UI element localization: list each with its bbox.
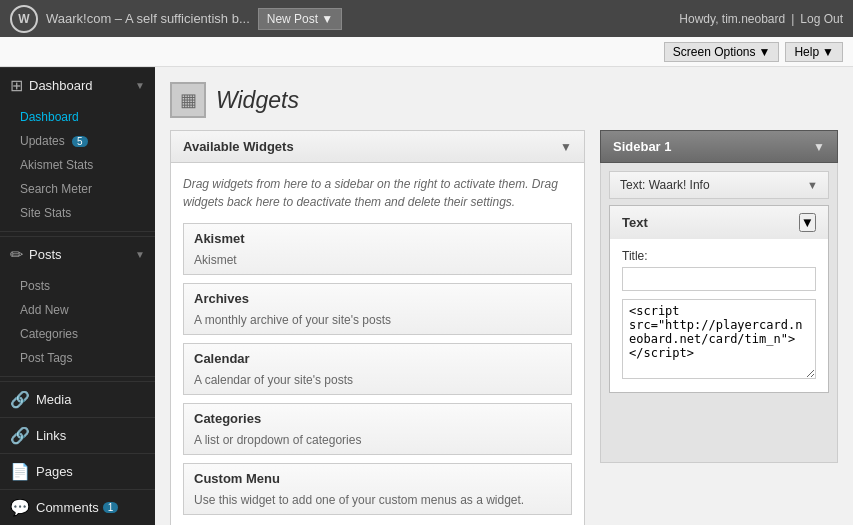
- sidebar1-text-widget-header: Text: Waark! Info ▼: [610, 172, 828, 198]
- sidebar1-text-widget-label: Text: Waark! Info: [620, 178, 710, 192]
- sidebar-section-links[interactable]: 🔗 Links: [0, 417, 155, 453]
- logout-link[interactable]: Log Out: [800, 12, 843, 26]
- widget-archives-name: Archives: [184, 284, 571, 313]
- howdy-text: Howdy, tim.neobard: [679, 12, 785, 26]
- sidebar-section-posts[interactable]: ✏ Posts ▼: [0, 236, 155, 272]
- sidebar-item-post-tags[interactable]: Post Tags: [0, 346, 155, 370]
- help-button[interactable]: Help ▼: [785, 42, 843, 62]
- sidebar-divider-1: [0, 231, 155, 232]
- available-widgets-description: Drag widgets from here to a sidebar on t…: [183, 175, 572, 211]
- sidebar-item-add-new[interactable]: Add New: [0, 298, 155, 322]
- posts-icon: ✏: [10, 245, 23, 264]
- sidebar-section-comments[interactable]: 💬 Comments 1: [0, 489, 155, 525]
- dashboard-icon: ⊞: [10, 76, 23, 95]
- widget-item-categories[interactable]: Categories A list or dropdown of categor…: [183, 403, 572, 455]
- widget-item-calendar[interactable]: Calendar A calendar of your site's posts: [183, 343, 572, 395]
- sidebar-section-dashboard[interactable]: ⊞ Dashboard ▼: [0, 67, 155, 103]
- screen-options-arrow-icon: ▼: [759, 45, 771, 59]
- widget-calendar-desc: A calendar of your site's posts: [184, 373, 571, 394]
- sidebar1-text-widget: Text: Waark! Info ▼: [609, 171, 829, 199]
- posts-arrow-icon: ▼: [135, 249, 145, 260]
- widgets-icon: ▦: [170, 82, 206, 118]
- sidebar-section-media[interactable]: 🔗 Media: [0, 381, 155, 417]
- media-icon: 🔗: [10, 390, 30, 409]
- available-widgets-body: Drag widgets from here to a sidebar on t…: [170, 163, 585, 525]
- text-widget-content-textarea[interactable]: <script src="http://playercard.neobard.n…: [622, 299, 816, 379]
- sidebar-item-categories[interactable]: Categories: [0, 322, 155, 346]
- text-widget-body: Title: <script src="http://playercard.ne…: [610, 239, 828, 392]
- sidebar-item-posts[interactable]: Posts: [0, 274, 155, 298]
- dropdown-arrow-icon: ▼: [321, 12, 333, 26]
- sidebar-divider-2: [0, 376, 155, 377]
- site-name: Waark!com – A self sufficientish b...: [46, 11, 250, 26]
- main-layout: ⊞ Dashboard ▼ Dashboard Updates 5 Akisme…: [0, 67, 853, 525]
- widget-item-akismet[interactable]: Akismet Akismet: [183, 223, 572, 275]
- widget-categories-desc: A list or dropdown of categories: [184, 433, 571, 454]
- text-widget-title-label: Title:: [622, 249, 816, 263]
- pages-icon: 📄: [10, 462, 30, 481]
- sidebar1-text-widget-toggle[interactable]: ▼: [807, 179, 818, 191]
- admin-bar-left: W Waark!com – A self sufficientish b... …: [10, 5, 342, 33]
- sidebar-item-updates[interactable]: Updates 5: [0, 129, 155, 153]
- secondary-bar: Screen Options ▼ Help ▼: [0, 37, 853, 67]
- help-arrow-icon: ▼: [822, 45, 834, 59]
- available-widgets-toggle[interactable]: ▼: [560, 140, 572, 154]
- page-title-row: ▦ Widgets: [170, 82, 838, 118]
- page-title: Widgets: [216, 87, 299, 114]
- widgets-area: Available Widgets ▼ Drag widgets from he…: [170, 130, 838, 525]
- sidebar-item-akismet-stats[interactable]: Akismet Stats: [0, 153, 155, 177]
- sidebar1-toggle[interactable]: ▼: [813, 140, 825, 154]
- links-icon: 🔗: [10, 426, 30, 445]
- widget-categories-name: Categories: [184, 404, 571, 433]
- widget-item-custom-menu[interactable]: Custom Menu Use this widget to add one o…: [183, 463, 572, 515]
- sidebar1-body: Text: Waark! Info ▼ Text ▼ Title:: [600, 163, 838, 463]
- text-widget-title-input[interactable]: [622, 267, 816, 291]
- widget-custom-menu-name: Custom Menu: [184, 464, 571, 493]
- sidebar-item-search-meter[interactable]: Search Meter: [0, 177, 155, 201]
- sidebar1-panel: Sidebar 1 ▼ Text: Waark! Info ▼ Tex: [600, 130, 838, 463]
- sidebar-item-dashboard[interactable]: Dashboard: [0, 105, 155, 129]
- comments-badge: 1: [103, 502, 119, 513]
- available-widgets-panel: Available Widgets ▼ Drag widgets from he…: [170, 130, 585, 525]
- dashboard-arrow-icon: ▼: [135, 80, 145, 91]
- widget-item-archives[interactable]: Archives A monthly archive of your site'…: [183, 283, 572, 335]
- admin-bar-right: Howdy, tim.neobard | Log Out: [679, 12, 843, 26]
- available-widgets-header: Available Widgets ▼: [170, 130, 585, 163]
- sidebar: ⊞ Dashboard ▼ Dashboard Updates 5 Akisme…: [0, 67, 155, 525]
- content-area: ▦ Widgets Available Widgets ▼ Drag widge…: [155, 67, 853, 525]
- comments-icon: 💬: [10, 498, 30, 517]
- text-widget-expanded-header: Text ▼: [610, 206, 828, 239]
- text-widget-expanded: Text ▼ Title: <script src="http://player…: [609, 205, 829, 393]
- sidebar-item-site-stats[interactable]: Site Stats: [0, 201, 155, 225]
- widget-custom-menu-desc: Use this widget to add one of your custo…: [184, 493, 571, 514]
- widget-calendar-name: Calendar: [184, 344, 571, 373]
- text-widget-expanded-toggle[interactable]: ▼: [799, 213, 816, 232]
- updates-badge: 5: [72, 136, 88, 147]
- sidebar1-header: Sidebar 1 ▼: [600, 130, 838, 163]
- sidebar-section-pages[interactable]: 📄 Pages: [0, 453, 155, 489]
- widget-akismet-desc: Akismet: [184, 253, 571, 274]
- new-post-button[interactable]: New Post ▼: [258, 8, 342, 30]
- wp-logo: W: [10, 5, 38, 33]
- sidebar-posts-items: Posts Add New Categories Post Tags: [0, 272, 155, 372]
- admin-bar: W Waark!com – A self sufficientish b... …: [0, 0, 853, 37]
- sidebar-dashboard-items: Dashboard Updates 5 Akismet Stats Search…: [0, 103, 155, 227]
- widget-archives-desc: A monthly archive of your site's posts: [184, 313, 571, 334]
- screen-options-button[interactable]: Screen Options ▼: [664, 42, 780, 62]
- widget-akismet-name: Akismet: [184, 224, 571, 253]
